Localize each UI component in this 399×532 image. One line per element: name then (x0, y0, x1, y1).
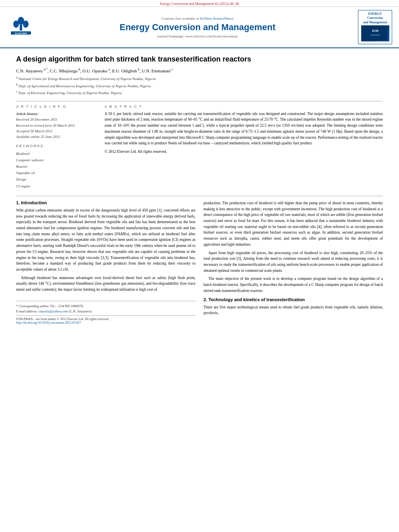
keyword-3: Reactor (16, 163, 97, 170)
affiliation-c: c Dept. of Electronic Engineering, Unive… (16, 89, 383, 96)
keywords-section: Keywords: Biodiesel Computer software Re… (16, 144, 97, 189)
elsevier-tree-icon: ELSEVIER (9, 16, 33, 38)
footer-bottom: 0196-8904/$ – see front matter © 2012 El… (16, 315, 195, 321)
right-col-text: production. The production cost of biodi… (204, 200, 383, 294)
footnote-email[interactable]: cnasofia@yahoo.com (38, 309, 68, 313)
ecm-logo-area: ENERGYConversionand Management ECM ELSEV… (358, 10, 394, 44)
svg-text:ELSEVIER: ELSEVIER (370, 34, 380, 36)
article-container: A design algorithm for batch stirred tan… (0, 48, 399, 333)
svg-rect-7 (363, 26, 387, 41)
ecm-title: ENERGYConversionand Management (360, 12, 390, 25)
svg-text:ELSEVIER: ELSEVIER (15, 32, 27, 35)
tech-heading: 2. Technology and kinetics of transester… (204, 297, 383, 302)
journal-title: Energy Conversion and Management (37, 22, 358, 33)
right-para-2: Apart from high vegetable oil prices, th… (204, 250, 383, 274)
sciverse-line: Contents lists available at SciVerse Sci… (37, 16, 358, 21)
body-divider (16, 196, 383, 196)
footer-doi[interactable]: http://dx.doi.org/10.1016/j.enconman.201… (16, 321, 195, 325)
ecm-image-icon: ECM ELSEVIER (363, 26, 387, 41)
keywords-label: Keywords: (16, 144, 97, 148)
article-info-label: A R T I C L E I N F O (16, 105, 97, 109)
body-col-right: production. The production cost of biodi… (204, 200, 383, 325)
article-title: A design algorithm for batch stirred tan… (16, 55, 383, 64)
footnote: * Corresponding author. Tel.: +234 805 1… (16, 304, 195, 314)
right-para-3: The main objective of the present work i… (204, 276, 383, 294)
authors-line: C.N. Anyanwu a,*, C.C. Mbajiorgu b, O.U.… (16, 68, 383, 73)
keyword-6: CI engine (16, 183, 97, 189)
body-col-left: 1. Introduction With global carbon emiss… (16, 200, 195, 325)
tech-intro-para: There are five major technological means… (204, 304, 383, 316)
keyword-5: Design (16, 176, 97, 183)
abstract-label: A B S T R A C T (105, 105, 383, 109)
header-divider (16, 101, 383, 101)
journal-homepage: journal homepage: www.elsevier.com/locat… (37, 34, 358, 38)
abstract-col: A B S T R A C T A 50 L per batch, stirre… (105, 105, 383, 189)
journal-header: ELSEVIER Contents lists available at Sci… (0, 7, 399, 48)
received-date: Received 20 December 2011 (16, 117, 97, 122)
journal-citation-text: Energy Conversion and Management 62 (201… (160, 2, 239, 6)
footnote-email-label: E-mail address: (16, 309, 37, 313)
svg-rect-4 (20, 25, 22, 31)
accepted-date: Accepted 30 March 2012 (16, 128, 97, 134)
elsevier-logo-area: ELSEVIER (5, 16, 37, 38)
available-date: Available online 25 June 2012 (16, 134, 97, 140)
body-columns: 1. Introduction With global carbon emiss… (16, 200, 383, 325)
keyword-4: Vegetable oil (16, 170, 97, 176)
elsevier-logo: ELSEVIER (5, 16, 37, 38)
intro-para-2: Although biodiesel has numerous advantag… (16, 275, 195, 293)
footnote-email-name: (C.N. Anyanwu). (69, 309, 93, 313)
article-footer: * Corresponding author. Tel.: +234 805 1… (16, 301, 195, 314)
affiliation-b: b Dept. of Agricultural and Bioresources… (16, 82, 383, 89)
journal-title-area: Contents lists available at SciVerse Sci… (37, 16, 358, 38)
ecm-logo-box: ENERGYConversionand Management ECM ELSEV… (358, 10, 392, 44)
article-info-abstract: A R T I C L E I N F O Article history: R… (16, 105, 383, 189)
keywords-list: Biodiesel Computer software Reactor Vege… (16, 150, 97, 189)
intro-para-1: With global carbon emissions already in … (16, 207, 195, 273)
revised-date: Received in revised form 30 March 2012 (16, 123, 97, 128)
right-para-1: production. The production cost of biodi… (204, 200, 383, 248)
keyword-1: Biodiesel (16, 150, 97, 157)
sciverse-link[interactable]: SciVerse ScienceDirect (200, 16, 233, 21)
history-label: Article history: (16, 111, 97, 117)
intro-text: With global carbon emissions already in … (16, 207, 195, 293)
abstract-body: A 50 L per batch, stirred tank reactor, … (105, 112, 383, 146)
keyword-2: Computer software (16, 157, 97, 163)
affiliation-a: a National Centre for Energy Research an… (16, 75, 383, 82)
svg-point-2 (13, 21, 19, 28)
intro-heading: 1. Introduction (16, 200, 195, 205)
journal-citation: Energy Conversion and Management 62 (201… (0, 0, 399, 7)
affiliations: a National Centre for Energy Research an… (16, 75, 383, 96)
tech-intro-text: There are five major technological means… (204, 304, 383, 316)
footer-issn: 0196-8904/$ – see front matter © 2012 El… (16, 317, 109, 321)
svg-text:ECM: ECM (372, 29, 378, 32)
ecm-image: ECM ELSEVIER (361, 25, 389, 41)
article-info-col: A R T I C L E I N F O Article history: R… (16, 105, 97, 189)
article-history: Article history: Received 20 December 20… (16, 111, 97, 140)
abstract-text: A 50 L per batch, stirred tank reactor, … (105, 111, 383, 155)
copyright: © 2012 Elsevier Ltd. All rights reserved… (105, 149, 383, 155)
svg-point-3 (23, 21, 29, 28)
sciverse-text: Contents lists available at (162, 16, 200, 21)
footnote-marker: * Corresponding author. Tel.: +234 805 1… (16, 304, 84, 308)
